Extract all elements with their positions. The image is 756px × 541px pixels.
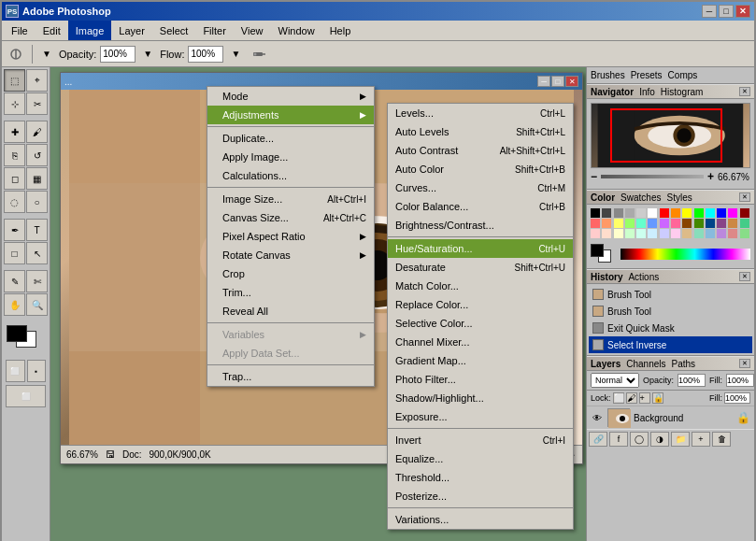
layer-delete-btn[interactable]: 🗑	[712, 432, 731, 447]
swatch[interactable]	[591, 229, 600, 238]
layer-adj-btn[interactable]: ◑	[650, 432, 669, 447]
screen-mode-btn[interactable]: ⬜	[6, 385, 46, 407]
doc-arrow-right[interactable]: ►	[567, 449, 577, 460]
swatch[interactable]	[648, 219, 657, 228]
swatch[interactable]	[602, 219, 611, 228]
swatch[interactable]	[717, 229, 726, 238]
opacity-field[interactable]	[678, 374, 706, 387]
histogram-tab[interactable]: Histogram	[661, 87, 704, 97]
swatch[interactable]	[728, 208, 737, 218]
fill-field[interactable]	[726, 374, 754, 387]
swatch[interactable]	[740, 219, 749, 228]
swatch[interactable]	[636, 229, 646, 238]
text-tool[interactable]: T	[26, 219, 48, 241]
color-spectrum[interactable]	[620, 249, 750, 260]
history-item-4[interactable]: Select Inverse	[589, 336, 752, 353]
layer-link-btn[interactable]: 🔗	[589, 432, 607, 447]
layer-style-btn[interactable]: f	[609, 432, 628, 447]
color-tab[interactable]: Color	[591, 192, 615, 203]
quick-mask-btn[interactable]: ⬜	[6, 360, 25, 382]
blur-tool[interactable]: ◌	[4, 191, 25, 213]
swatch[interactable]	[671, 219, 680, 228]
swatch[interactable]	[636, 208, 646, 218]
swatch[interactable]	[694, 219, 704, 228]
swatch[interactable]	[682, 229, 692, 238]
layers-panel-close[interactable]: ✕	[739, 359, 750, 368]
channels-tab[interactable]: Channels	[626, 359, 665, 369]
nav-panel-close[interactable]: ✕	[739, 87, 750, 96]
maximize-button[interactable]: □	[719, 5, 734, 18]
direct-select-tool[interactable]: ↖	[26, 242, 48, 264]
history-item-3[interactable]: Exit Quick Mask	[589, 320, 752, 336]
dropdown-arrow-btn[interactable]: ▼	[38, 44, 55, 64]
layers-tab[interactable]: Layers	[591, 359, 620, 369]
color-fg-swatch[interactable]	[591, 244, 604, 257]
sub-threshold[interactable]: Threshold...	[388, 468, 573, 487]
layer-visibility-btn[interactable]: 👁	[591, 411, 604, 424]
navigator-tab[interactable]: Navigator	[591, 87, 634, 97]
swatch[interactable]	[614, 208, 623, 218]
swatch[interactable]	[717, 208, 726, 218]
zoom-tool[interactable]: 🔍	[26, 293, 48, 316]
hand-tool[interactable]: ✋	[4, 293, 25, 316]
swatch[interactable]	[660, 229, 669, 238]
flow-input[interactable]	[188, 46, 223, 63]
brush-tool[interactable]: 🖌	[26, 121, 48, 143]
airbrush-btn[interactable]	[248, 44, 270, 64]
zoom-in-icon[interactable]: +	[707, 170, 714, 183]
swatch[interactable]	[694, 208, 704, 218]
swatch[interactable]	[625, 229, 635, 238]
swatch[interactable]	[682, 219, 692, 228]
doc-close-btn[interactable]: ✕	[565, 76, 578, 87]
menu-select[interactable]: Select	[152, 21, 196, 40]
menu-layer[interactable]: Layer	[111, 21, 152, 40]
history-panel-close[interactable]: ✕	[739, 272, 750, 281]
swatch[interactable]	[660, 208, 669, 218]
menu-filter[interactable]: Filter	[195, 21, 233, 40]
flow-dropdown-btn[interactable]: ▼	[227, 44, 244, 64]
eraser-tool[interactable]: ◻	[4, 167, 25, 190]
close-button[interactable]: ✕	[735, 5, 750, 18]
swatch[interactable]	[694, 229, 704, 238]
swatch[interactable]	[706, 219, 715, 228]
swatch[interactable]	[614, 219, 623, 228]
nav-zoom-slider[interactable]	[601, 175, 704, 178]
foreground-color[interactable]	[7, 325, 27, 342]
fill-field-2[interactable]	[724, 392, 750, 404]
menu-view[interactable]: View	[234, 21, 271, 40]
presets-tab[interactable]: Presets	[631, 70, 663, 80]
swatch[interactable]	[671, 208, 680, 218]
comps-tab[interactable]: Comps	[668, 70, 698, 80]
swatch[interactable]	[591, 208, 600, 218]
actions-tab[interactable]: Actions	[628, 272, 659, 282]
path-tool[interactable]: ✒	[4, 219, 25, 241]
doc-arrow-left[interactable]: ◄	[550, 449, 560, 460]
lock-image-btn[interactable]: 🖌	[626, 392, 637, 404]
lasso-tool[interactable]: ⌖	[26, 69, 48, 92]
swatch[interactable]	[717, 219, 726, 228]
menu-file[interactable]: File	[4, 21, 36, 40]
swatch[interactable]	[728, 219, 737, 228]
lock-transparent-btn[interactable]: ⬜	[613, 392, 624, 404]
layer-mask-btn[interactable]: ◯	[630, 432, 649, 447]
layer-group-btn[interactable]: 📁	[671, 432, 690, 447]
swatch[interactable]	[728, 229, 737, 238]
healing-tool[interactable]: ✚	[4, 121, 25, 143]
swatch[interactable]	[625, 208, 635, 218]
doc-maximize-btn[interactable]: □	[551, 76, 564, 87]
standard-mode-btn[interactable]: ▪	[27, 360, 47, 382]
styles-tab[interactable]: Styles	[666, 192, 692, 203]
menu-window[interactable]: Window	[271, 21, 322, 40]
sub-variations[interactable]: Variations...	[388, 510, 573, 529]
paths-tab[interactable]: Paths	[672, 359, 696, 369]
swatch[interactable]	[706, 208, 715, 218]
info-tab[interactable]: Info	[639, 87, 655, 97]
tool-options-btn[interactable]	[6, 44, 26, 64]
crop-tool[interactable]: ⊹	[4, 93, 25, 115]
swatch[interactable]	[740, 229, 749, 238]
lock-position-btn[interactable]: +	[639, 392, 650, 404]
lock-all-btn[interactable]: 🔒	[652, 392, 663, 404]
swatches-tab[interactable]: Swatches	[620, 192, 661, 203]
menu-edit[interactable]: Edit	[36, 21, 68, 40]
history-brush-tool[interactable]: ↺	[26, 144, 48, 166]
